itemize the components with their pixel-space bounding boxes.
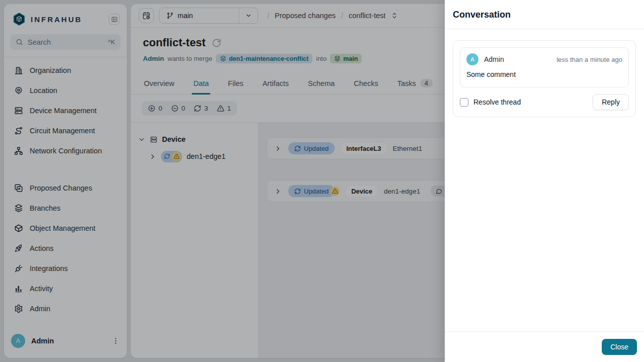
comment-header: A Admin less than a minute ago bbox=[466, 53, 622, 65]
resolve-thread-checkbox[interactable] bbox=[460, 98, 468, 107]
comment-timestamp: less than a minute ago bbox=[556, 56, 622, 63]
thread-card: A Admin less than a minute ago Some comm… bbox=[453, 40, 636, 117]
comment: A Admin less than a minute ago Some comm… bbox=[460, 47, 629, 87]
app-root: INFRAHUB Search ^K Organization bbox=[0, 0, 644, 362]
reply-button[interactable]: Reply bbox=[593, 94, 629, 110]
thread-actions: Resolve thread Reply bbox=[460, 94, 629, 110]
resolve-thread-label: Resolve thread bbox=[473, 98, 521, 106]
conversation-panel: Conversation A Admin less than a minute … bbox=[445, 0, 644, 362]
comment-author-avatar: A bbox=[466, 53, 478, 65]
panel-footer: Close bbox=[445, 331, 644, 362]
close-button[interactable]: Close bbox=[602, 339, 637, 355]
panel-title: Conversation bbox=[445, 0, 644, 29]
comment-body: Some comment bbox=[466, 70, 622, 78]
comment-author-name: Admin bbox=[484, 55, 504, 63]
